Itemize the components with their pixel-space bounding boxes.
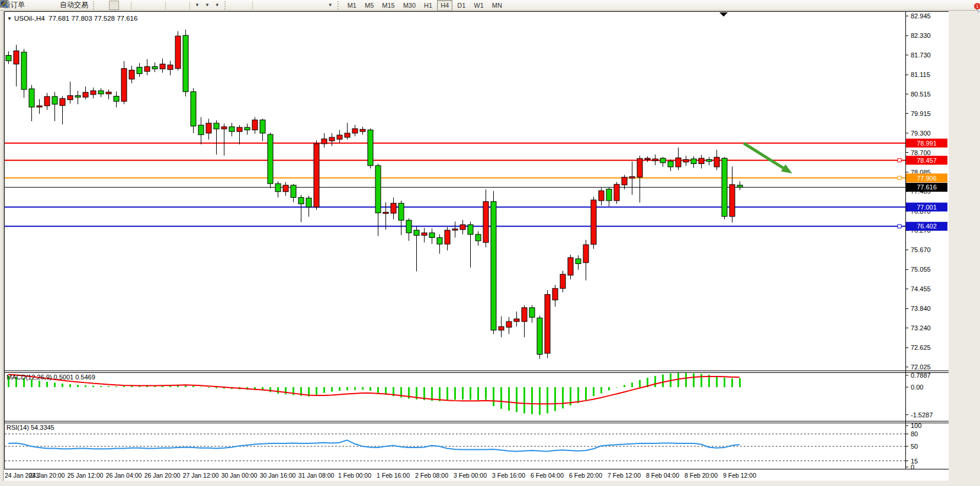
candle-body <box>291 185 296 198</box>
time-label: 30 Jan 16:00 <box>260 472 296 479</box>
candle-body <box>606 189 612 201</box>
candle-body <box>275 184 281 192</box>
arrows-tool-button[interactable]: ▼ <box>325 1 335 10</box>
candle-body <box>406 220 412 233</box>
candle-body <box>214 123 219 129</box>
candle-body <box>160 64 165 69</box>
candle-body <box>29 89 34 107</box>
candle-body <box>237 127 242 131</box>
candle-body <box>576 259 581 263</box>
candle-body <box>475 234 481 241</box>
price-tick: 79.915 <box>911 110 931 117</box>
candle-body <box>52 96 57 104</box>
chart-canvas[interactable]: 82.94582.33081.73081.11580.51579.91579.3… <box>0 11 980 486</box>
chevron-down-icon: ▼ <box>205 2 210 8</box>
candle-body <box>137 67 142 74</box>
candle-body <box>121 69 127 101</box>
trendline-icon[interactable] <box>275 1 285 10</box>
indicators-button[interactable]: ▼ <box>212 1 222 10</box>
timeframe-H1[interactable]: H1 <box>420 0 436 11</box>
zoom-out-icon[interactable] <box>143 1 153 10</box>
autotrading-button[interactable]: 自动交易 <box>57 1 91 10</box>
time-label: 1 Feb 00:00 <box>338 472 371 479</box>
bar-chart-icon[interactable] <box>99 1 109 10</box>
candle-body <box>614 184 619 201</box>
candle-body <box>522 308 527 321</box>
price-tick: 74.455 <box>911 285 931 292</box>
candle-body <box>399 203 404 220</box>
time-label: 2 Feb 08:00 <box>415 472 448 479</box>
new-chart-button[interactable]: ▼ <box>192 1 202 10</box>
text-label-icon[interactable]: T <box>315 1 325 10</box>
timeframe-toolbar: M1M5M15M30H1H4D1W1MN <box>343 0 506 11</box>
candle-body <box>44 96 50 106</box>
candle-body <box>422 233 427 235</box>
equidistant-channel-icon[interactable]: E <box>285 1 295 10</box>
candlestick-chart-icon[interactable] <box>109 1 119 10</box>
arrange-windows-icon[interactable] <box>168 1 178 10</box>
step-forward-icon[interactable] <box>178 1 188 10</box>
tile-windows-icon[interactable] <box>153 1 163 10</box>
candle-body <box>91 91 96 95</box>
text-icon[interactable]: A <box>305 1 315 10</box>
price-tick: 72.025 <box>911 363 931 371</box>
candle-body <box>229 127 234 131</box>
candle-body <box>6 56 11 61</box>
candle-body <box>737 185 743 188</box>
timeframe-MN[interactable]: MN <box>489 0 506 11</box>
timeframe-M15[interactable]: M15 <box>378 0 398 11</box>
zoom-in-icon[interactable] <box>133 1 143 10</box>
chart-title: ▼USOil-,H4 77.681 77.803 77.528 77.616 <box>7 15 137 22</box>
candle-body <box>75 95 81 97</box>
hline-handle <box>898 176 901 180</box>
timeframe-M30[interactable]: M30 <box>400 0 419 11</box>
terminal-icon[interactable] <box>37 1 47 10</box>
timeframe-W1[interactable]: W1 <box>470 0 487 11</box>
price-tick: 73.240 <box>911 324 931 331</box>
time-label: 6 Feb 04:00 <box>531 472 564 479</box>
timeframe-M1[interactable]: M1 <box>344 0 360 11</box>
periods-button[interactable]: ▼ <box>202 1 212 10</box>
timeframe-H4[interactable]: H4 <box>437 0 452 11</box>
cursor-icon[interactable] <box>230 1 240 10</box>
toolbar-grip <box>93 1 97 9</box>
candle-body <box>168 65 173 70</box>
candle-body <box>68 95 73 99</box>
price-tick: 82.330 <box>911 32 931 39</box>
signals-icon[interactable] <box>47 1 57 10</box>
candle-body <box>83 92 88 97</box>
price-tick: 78.700 <box>911 149 931 156</box>
rsi-tick: 100 <box>911 422 921 429</box>
line-chart-icon[interactable] <box>119 1 129 10</box>
timeframe-M5[interactable]: M5 <box>361 0 377 11</box>
time-label: 26 Jan 20:00 <box>144 472 181 479</box>
candle-body <box>260 120 265 133</box>
vertical-line-icon[interactable] <box>255 1 265 10</box>
candle-body <box>21 52 27 89</box>
chevron-down-icon: ▼ <box>328 2 333 8</box>
main-toolbar: 新订单 自动交易 <box>0 0 980 11</box>
toolbar-separator <box>252 1 253 9</box>
candle-body <box>491 202 496 330</box>
candle-body <box>252 120 258 130</box>
candle-body <box>429 233 435 237</box>
toolbar-grip <box>224 1 229 9</box>
price-tick: 73.840 <box>911 305 931 312</box>
price-tick: 75.055 <box>911 266 931 273</box>
timeframe-D1[interactable]: D1 <box>454 0 469 11</box>
chart-dropdown-icon[interactable]: ▼ <box>7 16 12 21</box>
profiles-icon[interactable] <box>27 1 37 10</box>
fibonacci-icon[interactable]: F <box>295 1 305 10</box>
candle-body <box>552 288 558 300</box>
search-icon[interactable] <box>0 0 8 8</box>
price-tick: 72.625 <box>911 344 931 351</box>
candle-body <box>268 134 273 184</box>
price-line-label-text: 77.001 <box>917 204 937 211</box>
price-tick: 81.730 <box>911 52 931 59</box>
crosshair-icon[interactable] <box>240 1 250 10</box>
candle-body <box>699 158 704 163</box>
candle-body <box>529 308 535 317</box>
rsi-name: RSI(14) <box>7 424 29 431</box>
candle-body <box>144 67 150 72</box>
horizontal-line-icon[interactable] <box>265 1 275 10</box>
